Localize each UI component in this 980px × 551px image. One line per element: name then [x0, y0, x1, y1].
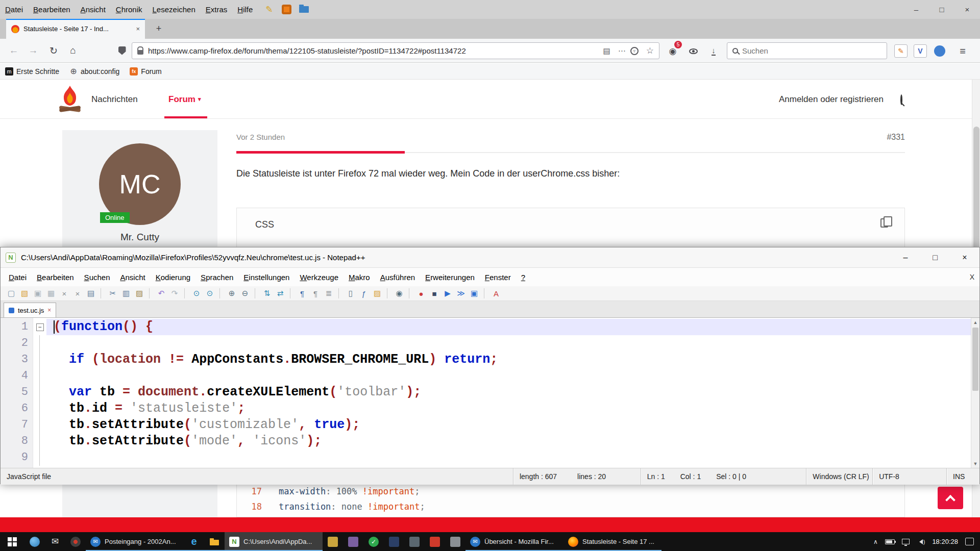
macro-record-icon[interactable]: ● — [414, 288, 428, 299]
scrollbar-up-icon[interactable]: ▲ — [971, 318, 979, 327]
document-map-icon[interactable]: ▯ — [344, 288, 357, 299]
sync-vertical-icon[interactable]: ⇅ — [260, 288, 274, 299]
save-icon[interactable]: ▣ — [31, 288, 44, 299]
close-button[interactable]: × — [954, 0, 980, 19]
notepad-menu-item[interactable]: Einstellungen — [238, 271, 295, 284]
reload-button[interactable]: ↻ — [45, 42, 62, 59]
zoom-out-icon[interactable]: ⊖ — [238, 288, 252, 299]
hamburger-menu-icon[interactable]: ≡ — [954, 43, 971, 59]
taskbar-item[interactable]: Statusleiste - Seite 17 ... — [564, 532, 662, 551]
new-tab-button[interactable]: + — [151, 21, 166, 36]
macro-play-icon[interactable]: ▶ — [441, 288, 454, 299]
close-button[interactable]: × — [950, 247, 979, 268]
pocket-icon[interactable]: ▿ — [630, 47, 639, 55]
extension-eye-icon[interactable] — [685, 43, 701, 59]
taskbar-item[interactable] — [445, 532, 465, 551]
save-all-icon[interactable]: ▦ — [44, 288, 58, 299]
bookmark-item[interactable]: fxForum — [130, 67, 161, 76]
taskbar-pinned-sphere[interactable] — [24, 532, 45, 551]
firefox-menu-item[interactable]: Hilfe — [232, 3, 258, 16]
taskbar-item[interactable] — [204, 532, 225, 551]
post-timestamp[interactable]: Vor 2 Stunden — [236, 133, 285, 142]
print-icon[interactable]: ▤ — [84, 288, 97, 299]
find-icon[interactable]: ⊙ — [190, 288, 203, 299]
bookmark-item[interactable]: mErste Schritte — [5, 67, 59, 76]
scroll-to-top-button[interactable] — [938, 487, 963, 509]
open-folder-icon[interactable]: ▧ — [18, 288, 31, 299]
paste-icon[interactable]: ▨ — [133, 288, 146, 299]
editor-scrollbar[interactable]: ▲ ▼ — [971, 318, 979, 468]
notepad-menu-item[interactable]: ? — [516, 271, 530, 284]
taskbar-item[interactable]: ✉Posteingang - 2002An... — [86, 532, 184, 551]
search-input[interactable] — [742, 46, 881, 55]
redo-icon[interactable]: ↷ — [168, 288, 181, 299]
macro-run-multiple-icon[interactable]: ≫ — [454, 288, 468, 299]
notepad-menu-item[interactable]: Sprachen — [195, 271, 238, 284]
nav-nachrichten[interactable]: Nachrichten — [91, 80, 138, 119]
taskbar-item[interactable] — [384, 532, 404, 551]
firefox-menu-item[interactable]: Lesezeichen — [148, 3, 201, 16]
page-actions-icon[interactable]: ⋯ — [618, 46, 626, 56]
copy-code-icon[interactable] — [880, 218, 888, 228]
bookmark-star-icon[interactable]: ☆ — [646, 45, 654, 56]
taskbar-item[interactable] — [404, 532, 425, 551]
tracking-protection-shield-icon[interactable] — [113, 42, 131, 59]
copy-icon[interactable]: ▥ — [119, 288, 133, 299]
download-icon[interactable]: ↓ — [705, 43, 722, 59]
new-file-icon[interactable]: ▢ — [5, 288, 18, 299]
show-all-characters-icon[interactable]: ¶ — [309, 288, 322, 299]
network-icon[interactable] — [902, 539, 910, 544]
start-button[interactable] — [0, 532, 24, 551]
document-tab[interactable]: test.uc.js × — [4, 303, 56, 317]
maximize-button[interactable]: □ — [929, 0, 954, 19]
extension-pencil-icon[interactable]: ✎ — [263, 4, 275, 16]
firefox-menu-item[interactable]: Ansicht — [76, 3, 111, 16]
editor-scrollbar-thumb[interactable] — [972, 328, 978, 391]
extension-badge-icon[interactable]: ◉ 5 — [665, 43, 681, 59]
taskbar-item[interactable]: ✉Übersicht - Mozilla Fir... — [465, 532, 564, 551]
firefox-menu-item[interactable]: Chronik — [111, 3, 148, 16]
notepad-menu-item[interactable]: Ansicht — [115, 271, 151, 284]
taskbar-pinned-mail[interactable]: ✉ — [45, 532, 65, 551]
firefox-menu-item[interactable]: Bearbeiten — [28, 3, 76, 16]
url-bar[interactable]: https://www.camp-firefox.de/forum/thema/… — [132, 42, 659, 59]
notepad-editor[interactable]: 1−(function() {23 if (location != AppCon… — [1, 318, 979, 468]
volume-icon[interactable]: ) — [917, 539, 925, 545]
forum-search-icon[interactable] — [900, 95, 902, 105]
notepad-menu-item[interactable]: Ausführen — [375, 271, 420, 284]
scrollbar-down-icon[interactable]: ▼ — [971, 459, 979, 468]
minimize-button[interactable]: – — [903, 0, 929, 19]
notepad-menu-item[interactable]: Kodierung — [151, 271, 195, 284]
post-number[interactable]: #331 — [887, 133, 905, 142]
folder-as-workspace-icon[interactable]: ▨ — [371, 288, 384, 299]
taskbar-clock[interactable]: 18:20:28 — [932, 538, 958, 545]
v-extension-icon[interactable]: V — [914, 44, 927, 58]
extension-orange-icon[interactable] — [280, 4, 292, 16]
browser-tab[interactable]: Statusleiste - Seite 17 - Ind... × — [6, 19, 145, 39]
search-bar[interactable] — [727, 42, 887, 59]
tray-expand-icon[interactable]: ∧ — [873, 538, 878, 545]
firefox-menu-item[interactable]: Extras — [201, 3, 233, 16]
taskbar-item[interactable] — [323, 532, 343, 551]
notepad-menu-item[interactable]: Erweiterungen — [420, 271, 480, 284]
function-list-icon[interactable]: ƒ — [357, 288, 371, 299]
author-name[interactable]: Mr. Cutty — [62, 232, 217, 243]
extension-folder-icon[interactable] — [298, 4, 310, 16]
notepad-menu-item[interactable]: Bearbeiten — [32, 271, 79, 284]
macro-stop-icon[interactable]: ■ — [428, 288, 441, 299]
notepad-menu-item[interactable]: Suchen — [79, 271, 115, 284]
back-button[interactable]: ← — [5, 42, 22, 59]
notepad-titlebar[interactable]: N C:\Users\Andi\AppData\Roaming\Mozilla\… — [1, 247, 979, 268]
spell-check-icon[interactable]: A — [489, 288, 503, 299]
forward-button[interactable]: → — [24, 42, 42, 59]
replace-icon[interactable]: ⊙ — [203, 288, 216, 299]
status-encoding[interactable]: UTF-8 — [872, 468, 946, 485]
home-button[interactable]: ⌂ — [64, 42, 82, 59]
document-tab-close-icon[interactable]: × — [47, 307, 51, 314]
tab-close-icon[interactable]: × — [136, 25, 140, 33]
blue-extension-icon[interactable] — [933, 44, 946, 58]
cut-icon[interactable]: ✂ — [106, 288, 119, 299]
maximize-button[interactable]: □ — [920, 247, 950, 268]
zoom-in-icon[interactable]: ⊕ — [225, 288, 238, 299]
close-file-icon[interactable]: × — [58, 288, 71, 299]
